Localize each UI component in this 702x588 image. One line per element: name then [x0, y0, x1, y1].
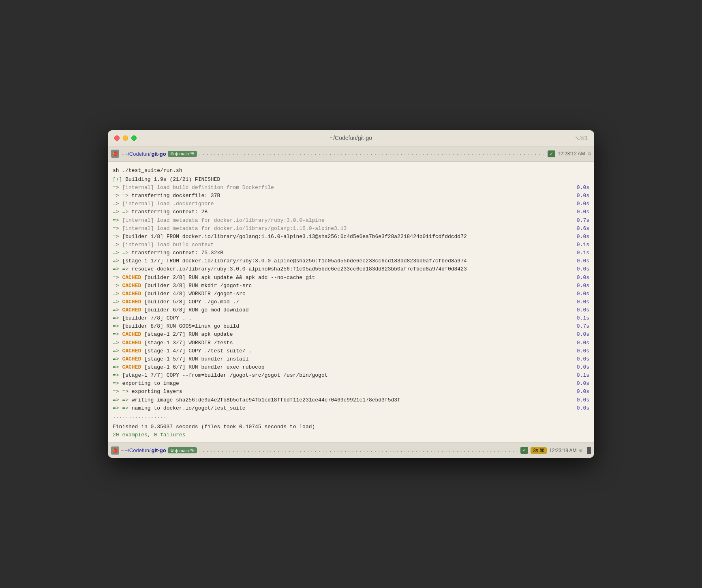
- bottom-path-repo: git-go: [152, 447, 166, 453]
- bottom-check-badge: ✓: [520, 447, 528, 454]
- terminal-line: => CACHED [builder 3/8] RUN mkdir /gogot…: [113, 282, 589, 290]
- apple-icon: 🍎: [111, 150, 119, 158]
- terminal-line: => [builder 8/8] RUN GOOS=linux go build…: [113, 322, 589, 330]
- cursor-area: [587, 447, 591, 454]
- vcs-icon: ψ: [175, 151, 178, 156]
- maximize-button[interactable]: [131, 135, 137, 141]
- top-tab-bar: 🍎 ~ ~/Codefun/git-go ⊛ ψ main *5 .......…: [108, 146, 594, 162]
- minimize-button[interactable]: [123, 135, 128, 141]
- cursor: [587, 447, 591, 454]
- terminal-line: => [internal] load metadata for docker.i…: [113, 217, 589, 225]
- finished-line: Finished in 0.35037 seconds (files took …: [113, 423, 589, 431]
- tab-right-area: ✓ 12:23:12 AM ⊙: [548, 150, 591, 157]
- omega-icon-top: ⊙: [588, 150, 591, 157]
- terminal-line: => CACHED [stage-1 2/7] RUN apk update0.…: [113, 330, 589, 339]
- terminal-line: => => writing image sha256:de9a4e2fb8b5c…: [113, 396, 589, 404]
- top-time: 12:23:12 AM: [558, 151, 585, 157]
- bottom-tab-bar: 🍎 ~ ~/Codefun/git-go ⊛ ψ main *5 .......…: [108, 442, 594, 458]
- terminal-line: [+] Building 1.9s (21/21) FINISHED: [113, 176, 589, 184]
- bottom-branch-badge: ⊛ ψ main *5: [168, 447, 197, 453]
- terminal-line: => [stage-1 1/7] FROM docker.io/library/…: [113, 257, 589, 265]
- branch-badge: ⊛ ψ main *5: [168, 151, 197, 157]
- bottom-branch-name: main *5: [180, 448, 195, 453]
- omega-icon-bottom: ⊙: [579, 447, 582, 454]
- bottom-time: 12:23:19 AM: [549, 448, 576, 453]
- terminal-window: ~/Codefun/git-go ⌥⌘1 🍎 ~ ~/Codefun/git-g…: [108, 130, 594, 458]
- terminal-line: => CACHED [builder 6/8] RUN go mod downl…: [113, 306, 589, 314]
- terminal-line: => [stage-1 7/7] COPY --from=builder /go…: [113, 371, 589, 380]
- terminal-line: => => exporting layers0.0s: [113, 388, 589, 396]
- terminal-line: => [internal] load .dockerignore0.0s: [113, 200, 589, 208]
- title-bar: ~/Codefun/git-go ⌥⌘1: [108, 130, 594, 146]
- terminal-line: => => naming to docker.io/gogot/test_sui…: [113, 404, 589, 412]
- terminal-line: => [internal] load build context0.1s: [113, 241, 589, 249]
- bottom-tab-path: ~ ~/Codefun/git-go: [121, 447, 166, 453]
- bottom-branch-icon: ⊛: [170, 448, 174, 453]
- terminal-line: => CACHED [stage-1 4/7] COPY ./test_suit…: [113, 347, 589, 355]
- terminal-line: => CACHED [builder 4/8] WORKDIR /gogot-s…: [113, 290, 589, 298]
- terminal-content: sh ./test_suite/run.sh [+] Building 1.9s…: [108, 162, 594, 443]
- terminal-line: => => transferring context: 75.32kB0.1s: [113, 249, 589, 257]
- terminal-line: => => resolve docker.io/library/ruby:3.0…: [113, 265, 589, 273]
- terminal-line: => [builder 1/8] FROM docker.io/library/…: [113, 233, 589, 241]
- path-tilde: ~/Codefun/: [125, 151, 151, 157]
- terminal-line: => [builder 7/8] COPY . .0.1s: [113, 314, 589, 322]
- tab-path: ~ ~/Codefun/git-go: [121, 151, 166, 157]
- terminal-line: => CACHED [builder 2/8] RUN apk update &…: [113, 274, 589, 282]
- keyboard-shortcut: ⌥⌘1: [574, 135, 588, 141]
- bottom-time-badge: 3s ⌘: [531, 447, 547, 454]
- check-badge: ✓: [548, 150, 555, 157]
- terminal-lines: [+] Building 1.9s (21/21) FINISHED=> [in…: [113, 176, 589, 412]
- terminal-line: => exporting to image0.0s: [113, 380, 589, 388]
- terminal-line: => CACHED [stage-1 3/7] WORKDIR /tests0.…: [113, 339, 589, 347]
- apple-icon-bottom: 🍎: [111, 446, 119, 455]
- examples-line: 20 examples, 0 failures: [113, 431, 589, 439]
- close-button[interactable]: [114, 135, 120, 141]
- dots-separator: ........................................…: [199, 151, 546, 157]
- terminal-line: => [internal] load metadata for docker.i…: [113, 225, 589, 233]
- terminal-line: => => transferring dockerfile: 37B0.0s: [113, 192, 589, 200]
- terminal-line: => [internal] load build definition from…: [113, 184, 589, 192]
- bottom-vcs-icon: ψ: [175, 448, 178, 453]
- terminal-line: => CACHED [builder 5/8] COPY ./go.mod ./…: [113, 298, 589, 306]
- bottom-home-path: ~: [121, 447, 124, 453]
- title-right: ⌥⌘1: [574, 135, 588, 141]
- bottom-tab-right: ✓ 3s ⌘ 12:23:19 AM ⊙: [520, 447, 582, 454]
- branch-icon: ⊛: [170, 151, 174, 157]
- terminal-line: => => transferring context: 2B0.0s: [113, 208, 589, 216]
- traffic-lights: [114, 135, 137, 141]
- cmd-line: sh ./test_suite/run.sh: [113, 167, 589, 175]
- branch-name: main *5: [180, 151, 195, 156]
- window-title: ~/Codefun/git-go: [330, 135, 372, 141]
- dots-line: .................: [113, 412, 589, 421]
- terminal-line: => CACHED [stage-1 6/7] RUN bundler exec…: [113, 363, 589, 371]
- bottom-path-tilde: ~/Codefun/: [125, 447, 151, 453]
- terminal-line: => CACHED [stage-1 5/7] RUN bundler inst…: [113, 355, 589, 363]
- path-repo: git-go: [152, 151, 166, 157]
- bottom-dots-separator: ........................................…: [199, 448, 519, 453]
- home-path: ~: [121, 151, 124, 157]
